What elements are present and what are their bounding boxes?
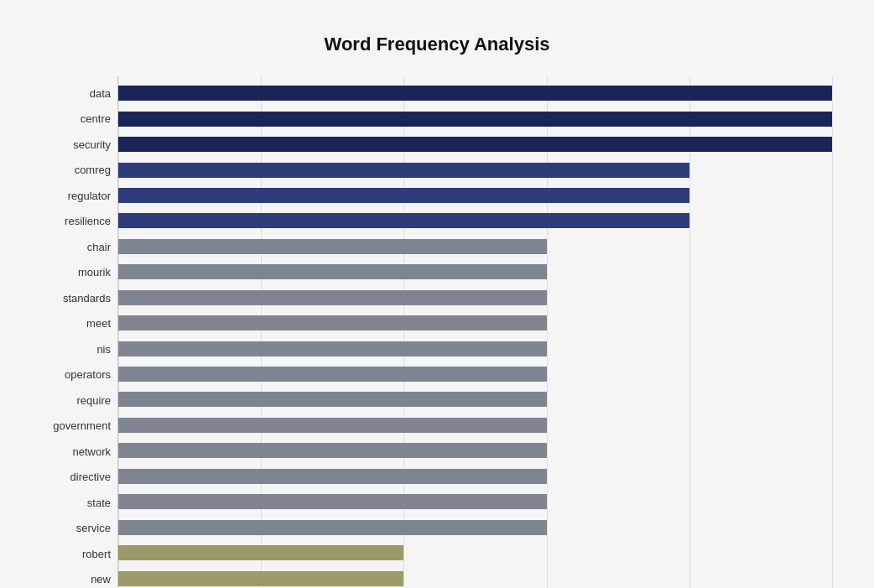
y-label: chair [87,236,111,258]
y-label: network [72,440,111,462]
y-label: state [87,492,111,513]
bar-row [118,365,832,383]
bar [118,264,547,279]
bar [118,239,547,254]
bar-row [118,340,832,358]
bar-row [118,544,832,562]
chart-area: datacentresecuritycomregregulatorresilie… [42,76,832,588]
y-label: resilience [65,211,111,232]
bar [118,213,689,228]
bar [118,469,547,484]
bar-row [118,289,832,307]
bar [118,315,547,330]
bar [118,341,547,356]
grid-line [832,76,833,588]
y-label: require [77,389,111,411]
y-label: directive [70,466,111,488]
bar [118,163,689,178]
bar [118,520,547,535]
bar [118,367,547,382]
plot-area [117,76,832,588]
bar-row [118,390,832,408]
y-label: meet [86,313,111,335]
y-label: service [76,518,111,539]
y-label: nis [96,338,111,360]
bar [118,392,547,407]
bar [118,443,547,458]
y-label: comreg [75,159,111,181]
bar-row [118,135,832,154]
bar-row [118,110,832,128]
y-label: security [73,133,111,155]
y-label: standards [63,287,111,309]
y-axis-labels: datacentresecuritycomregregulatorresilie… [42,76,117,588]
bar-row [118,314,832,332]
y-label: government [53,415,111,437]
bar [118,545,403,560]
bar-row [118,211,832,230]
y-label: regulator [68,185,111,206]
bar [118,86,832,101]
bar [118,137,832,152]
bar-row [118,518,832,537]
y-label: mourik [78,262,111,284]
bar [118,112,832,127]
bar [118,290,547,305]
bar-row [118,186,832,205]
bar [118,188,689,203]
bar [118,418,547,433]
y-label: new [91,569,111,588]
y-label: data [90,82,111,104]
bar [118,494,547,509]
y-label: operators [65,364,111,386]
bar [118,571,403,586]
chart-container: Word Frequency Analysis datacentresecuri… [17,17,857,588]
bar-row [118,570,832,588]
bars-area [118,81,832,588]
bar-row [118,441,832,460]
bar-row [118,237,832,256]
bar-row [118,84,832,102]
bar-row [118,492,832,511]
y-label: centre [81,108,111,130]
bar-row [118,467,832,486]
y-label: robert [82,543,111,565]
chart-title: Word Frequency Analysis [42,34,832,55]
bar-row [118,263,832,281]
bar-row [118,161,832,180]
bar-row [118,416,832,434]
